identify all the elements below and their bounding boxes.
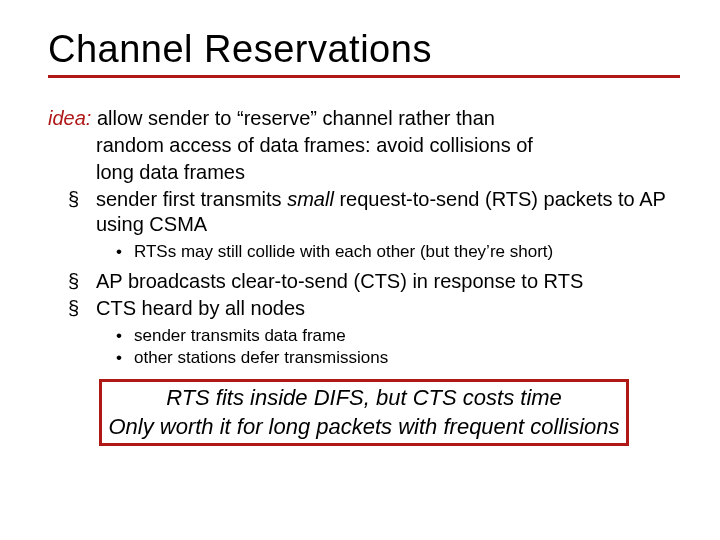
bullet-3-sublist: sender transmits data frame other statio… — [116, 325, 680, 369]
bullet-1-sub-1: RTSs may still collide with each other (… — [116, 241, 680, 263]
idea-cont-2: long data frames — [96, 160, 680, 185]
idea-cont-1: random access of data frames: avoid coll… — [96, 133, 680, 158]
page-title: Channel Reservations — [48, 28, 680, 78]
bullet-list-2: AP broadcasts clear-to-send (CTS) in res… — [68, 269, 680, 321]
callout-line-1: RTS fits inside DIFS, but CTS costs time — [108, 384, 619, 413]
bullet-1-sublist: RTSs may still collide with each other (… — [116, 241, 680, 263]
bullet-1: sender first transmits small request-to-… — [68, 187, 680, 237]
bullet-3-sub-1: sender transmits data frame — [116, 325, 680, 347]
bullet-3-sub-2: other stations defer transmissions — [116, 347, 680, 369]
idea-text: allow sender to “reserve” channel rather… — [91, 107, 495, 129]
callout-wrap: RTS fits inside DIFS, but CTS costs time… — [48, 379, 680, 446]
bullet-3: CTS heard by all nodes — [68, 296, 680, 321]
callout-line-2: Only worth it for long packets with freq… — [108, 413, 619, 442]
bullet-2: AP broadcasts clear-to-send (CTS) in res… — [68, 269, 680, 294]
idea-line: idea: allow sender to “reserve” channel … — [48, 106, 680, 131]
callout-box: RTS fits inside DIFS, but CTS costs time… — [99, 379, 628, 446]
bullet-list: sender first transmits small request-to-… — [68, 187, 680, 237]
bullet-1-pre: sender first transmits — [96, 188, 287, 210]
bullet-1-em: small — [287, 188, 334, 210]
idea-label: idea: — [48, 107, 91, 129]
